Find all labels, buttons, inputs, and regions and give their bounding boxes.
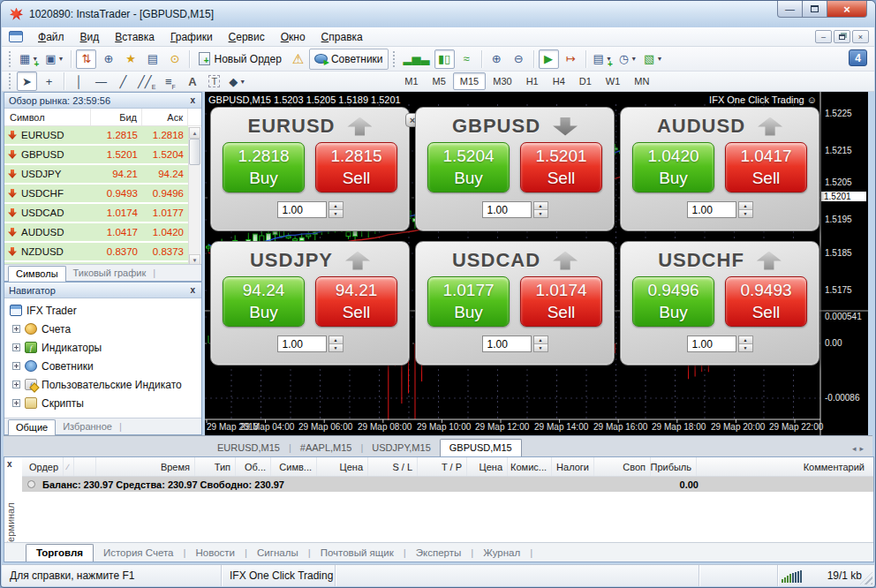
market-watch-toggle[interactable]: ▤: [142, 49, 162, 69]
column-taxes[interactable]: Налоги: [552, 457, 594, 476]
column-price-current[interactable]: Цена: [467, 457, 508, 476]
spin-up-button[interactable]: ▲: [739, 336, 752, 344]
chart-tab-gbpusd[interactable]: GBPUSD,M15: [440, 439, 522, 456]
market-watch-row[interactable]: EURUSD1.28151.2818: [4, 126, 188, 144]
spin-down-button[interactable]: ▼: [329, 210, 343, 217]
mdi-minimize-button[interactable]: –: [815, 30, 832, 43]
tab-scroll-arrows[interactable]: ◂▸: [852, 444, 867, 453]
vline-tool[interactable]: │: [69, 72, 89, 91]
timeframe-m5[interactable]: M5: [426, 72, 453, 90]
market-watch-row[interactable]: USDJPY94.2194.24: [4, 165, 188, 183]
zoom-in-button[interactable]: ⊕: [487, 49, 507, 69]
timeframe-mn[interactable]: MN: [627, 72, 656, 90]
candlestick-button[interactable]: ▮▯: [434, 49, 455, 69]
mdi-close-button[interactable]: ×: [852, 30, 869, 43]
close-icon[interactable]: x: [188, 95, 197, 105]
tab-favorites[interactable]: Избранное: [56, 419, 119, 434]
lot-input[interactable]: [482, 201, 532, 218]
timeframe-m15[interactable]: M15: [453, 72, 486, 90]
column-tp[interactable]: T / P: [418, 457, 467, 476]
column-comment[interactable]: Комментарий: [697, 457, 873, 476]
spin-down-button[interactable]: ▼: [329, 344, 343, 351]
data-window-button[interactable]: ⊙: [164, 49, 185, 69]
tab-signals[interactable]: Сигналы: [247, 545, 308, 562]
tree-item-custom-indicators[interactable]: f Пользовательские Индикато: [6, 375, 200, 394]
new-order-button[interactable]: + Новый Ордер: [193, 49, 286, 70]
timeframe-w1[interactable]: W1: [599, 72, 628, 90]
spin-up-button[interactable]: ▲: [329, 336, 343, 344]
column-sl[interactable]: S / L: [368, 457, 418, 476]
scroll-thumb[interactable]: [189, 139, 200, 165]
advisors-button[interactable]: Советники: [309, 49, 389, 70]
expand-icon[interactable]: [12, 343, 20, 351]
market-watch-row[interactable]: AUDUSD1.04171.0420: [4, 223, 188, 241]
lot-input[interactable]: [687, 335, 736, 352]
buy-button[interactable]: 1.0420Buy: [632, 142, 714, 192]
market-watch-row[interactable]: USDCHF0.94930.9496: [4, 185, 188, 202]
tab-journal[interactable]: Журнал: [473, 545, 530, 562]
profiles-button[interactable]: ▣▼: [42, 49, 66, 69]
terminal-close-icon[interactable]: x: [7, 459, 12, 469]
column-commission[interactable]: Комис...: [508, 457, 552, 476]
expand-icon[interactable]: [12, 362, 20, 370]
templates-button[interactable]: ▤+▼: [591, 49, 615, 69]
tick-chart-toggle[interactable]: ⇅: [76, 49, 96, 69]
tree-item-advisors[interactable]: Советники: [6, 357, 200, 375]
menu-help[interactable]: Справка: [313, 29, 371, 45]
mdi-restore-button[interactable]: [834, 30, 850, 43]
tree-root-ifx-trader[interactable]: IFX Trader: [6, 301, 200, 320]
scrollbar[interactable]: ▲ ▼: [188, 127, 200, 266]
periods-button[interactable]: ◷▼: [616, 49, 639, 69]
spin-up-button[interactable]: ▲: [739, 202, 752, 210]
trendline-tool[interactable]: ╱: [113, 72, 133, 91]
menu-insert[interactable]: Вставка: [107, 29, 162, 45]
balance-row[interactable]: Баланс: 230.97 Средства: 230.97 Свободно…: [22, 477, 873, 492]
menu-service[interactable]: Сервис: [221, 29, 273, 45]
timeframe-m1[interactable]: M1: [397, 72, 425, 90]
hline-tool[interactable]: —: [91, 72, 111, 91]
new-chart-button[interactable]: ▦+▼: [17, 49, 41, 69]
column-swap[interactable]: Своп: [594, 457, 651, 476]
chart-tab-aapl[interactable]: #AAPL,M15: [291, 440, 361, 456]
toolbar-grip[interactable]: [9, 51, 11, 67]
alert-button[interactable]: ⚠: [288, 49, 308, 69]
spin-down-button[interactable]: ▼: [534, 344, 548, 351]
timeframe-h1[interactable]: H1: [519, 72, 546, 90]
notification-badge[interactable]: 4: [849, 49, 867, 66]
text-tool[interactable]: A: [182, 72, 202, 91]
spin-down-button[interactable]: ▼: [739, 210, 752, 217]
tree-item-scripts[interactable]: Скрипты: [6, 394, 200, 412]
line-chart-button[interactable]: ≈: [457, 49, 477, 69]
close-icon[interactable]: x: [188, 285, 197, 295]
menu-charts[interactable]: Графики: [162, 29, 221, 45]
tab-tick-chart[interactable]: Тиковый график: [66, 266, 154, 281]
autoscroll-button[interactable]: ▶: [539, 49, 559, 69]
tree-item-accounts[interactable]: Счета: [6, 320, 200, 338]
spin-up-button[interactable]: ▲: [534, 202, 548, 210]
expand-icon[interactable]: [12, 399, 20, 407]
sell-button[interactable]: 1.0174Sell: [520, 276, 602, 327]
crosshair-tool[interactable]: +: [39, 72, 59, 91]
shapes-tool[interactable]: ◆▼: [226, 72, 248, 91]
tab-news[interactable]: Новости: [185, 545, 245, 562]
close-button[interactable]: ×: [827, 1, 867, 18]
menu-view[interactable]: Вид: [72, 29, 108, 45]
tree-item-indicators[interactable]: f Индикаторы: [6, 338, 200, 357]
buy-button[interactable]: 0.9496Buy: [632, 276, 714, 327]
crosshair-target-button[interactable]: ⊕: [98, 49, 118, 69]
toolbar-grip[interactable]: [393, 51, 396, 67]
favorites-button[interactable]: ★: [120, 49, 140, 69]
column-time[interactable]: Время: [96, 457, 195, 476]
tab-mailbox[interactable]: Почтовый ящик: [311, 545, 404, 562]
tab-experts[interactable]: Эксперты: [406, 545, 471, 562]
tab-trade[interactable]: Торговля: [26, 544, 94, 562]
lot-input[interactable]: [277, 201, 327, 218]
indicators-button[interactable]: ▧▼: [641, 49, 665, 69]
title-bar[interactable]: 1020890: InstaTrader - [GBPUSD,M15]: [1, 1, 875, 27]
expand-icon[interactable]: [12, 325, 20, 333]
menu-window[interactable]: Окно: [273, 29, 313, 45]
market-watch-row[interactable]: USDCAD1.01741.0177: [4, 204, 188, 222]
column-symbol[interactable]: Симв...: [271, 457, 317, 476]
buy-button[interactable]: 1.2818Buy: [223, 142, 305, 192]
timeframe-m30[interactable]: M30: [486, 72, 518, 90]
